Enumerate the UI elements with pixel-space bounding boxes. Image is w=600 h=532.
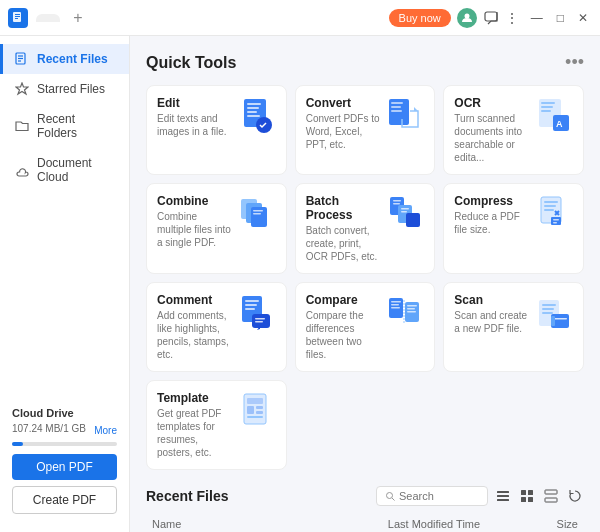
- create-pdf-button[interactable]: Create PDF: [12, 486, 117, 514]
- cloud-drive-label: Cloud Drive: [12, 407, 117, 419]
- svg-rect-71: [247, 406, 254, 414]
- tool-scan-desc: Scan and create a new PDF file.: [454, 309, 529, 335]
- tool-batch-process[interactable]: Batch Process Batch convert, create, pri…: [295, 183, 436, 274]
- svg-rect-14: [247, 111, 257, 113]
- sidebar-nav: Recent Files Starred Files Recent Folder…: [0, 44, 129, 192]
- tool-ocr[interactable]: OCR Turn scanned documents into searchab…: [443, 85, 584, 175]
- svg-rect-31: [253, 213, 261, 215]
- main-layout: Recent Files Starred Files Recent Folder…: [0, 36, 600, 532]
- search-box: [376, 486, 488, 506]
- tool-combine-icon: [240, 194, 276, 234]
- main-tab[interactable]: [36, 14, 60, 22]
- tool-compare[interactable]: Compare Compare the differences between …: [295, 282, 436, 372]
- tool-template-desc: Get great PDF templates for resumes, pos…: [157, 407, 232, 459]
- svg-rect-30: [253, 210, 263, 212]
- svg-rect-84: [545, 490, 557, 494]
- quick-tools-header: Quick Tools •••: [146, 52, 584, 73]
- tool-comment[interactable]: Comment Add comments, like highlights, p…: [146, 282, 287, 372]
- recent-files-title: Recent Files: [146, 488, 228, 504]
- sidebar-item-recent-folders[interactable]: Recent Folders: [0, 104, 129, 148]
- details-view-icon[interactable]: [542, 487, 560, 505]
- tool-batch-icon: [388, 194, 424, 234]
- svg-rect-80: [521, 490, 526, 495]
- svg-point-4: [464, 13, 469, 18]
- svg-text:A: A: [556, 119, 563, 129]
- titlebar: + Buy now ⋮ — □ ✕: [0, 0, 600, 36]
- cloud-drive-more[interactable]: More: [94, 425, 117, 436]
- tool-compare-desc: Compare the differences between two file…: [306, 309, 381, 361]
- svg-rect-34: [393, 203, 400, 205]
- tool-compress-name: Compress: [454, 194, 529, 208]
- quick-tools-more-icon[interactable]: •••: [565, 52, 584, 73]
- tools-grid: Edit Edit texts and images in a file. Co…: [146, 85, 584, 470]
- svg-rect-44: [553, 219, 559, 221]
- tool-combine-desc: Combine multiple files into a single PDF…: [157, 210, 232, 249]
- tool-edit-icon: [240, 96, 276, 136]
- sidebar-item-starred-files[interactable]: Starred Files: [0, 74, 129, 104]
- cloud-drive-progress-bg: [12, 442, 117, 446]
- add-tab-button[interactable]: +: [68, 8, 88, 28]
- refresh-icon[interactable]: [566, 487, 584, 505]
- svg-rect-70: [247, 398, 263, 404]
- svg-rect-83: [528, 497, 533, 502]
- svg-rect-51: [255, 318, 265, 320]
- sidebar-item-recent-files[interactable]: Recent Files: [0, 44, 129, 74]
- svg-rect-82: [521, 497, 526, 502]
- tool-ocr-name: OCR: [454, 96, 529, 110]
- cloud-drive-usage: 107.24 MB/1 GB: [12, 423, 86, 434]
- tool-scan-name: Scan: [454, 293, 529, 307]
- svg-rect-54: [391, 301, 401, 303]
- svg-marker-10: [16, 83, 28, 94]
- list-view-icon[interactable]: [494, 487, 512, 505]
- tool-convert[interactable]: Convert Convert PDFs to Word, Excel, PPT…: [295, 85, 436, 175]
- svg-rect-22: [541, 102, 555, 104]
- svg-rect-49: [245, 308, 255, 310]
- open-pdf-button[interactable]: Open PDF: [12, 454, 117, 480]
- search-input[interactable]: [399, 490, 479, 502]
- svg-rect-2: [15, 16, 20, 17]
- quick-tools-title: Quick Tools: [146, 54, 236, 72]
- svg-rect-47: [245, 300, 259, 302]
- buy-now-button[interactable]: Buy now: [389, 9, 451, 27]
- tool-convert-name: Convert: [306, 96, 381, 110]
- tool-compress[interactable]: Compress Reduce a PDF file size.: [443, 183, 584, 274]
- sidebar-item-document-cloud[interactable]: Document Cloud: [0, 148, 129, 192]
- tool-edit-desc: Edit texts and images in a file.: [157, 112, 232, 138]
- tool-template[interactable]: Template Get great PDF templates for res…: [146, 380, 287, 470]
- tool-edit[interactable]: Edit Edit texts and images in a file.: [146, 85, 287, 175]
- titlebar-left: +: [8, 8, 88, 28]
- tool-convert-icon: [388, 96, 424, 136]
- minimize-button[interactable]: —: [527, 11, 547, 25]
- sidebar-bottom: Cloud Drive 107.24 MB/1 GB More Open PDF…: [0, 397, 129, 524]
- tool-ocr-icon: A: [537, 96, 573, 136]
- sidebar: Recent Files Starred Files Recent Folder…: [0, 36, 130, 532]
- svg-rect-38: [406, 213, 420, 227]
- svg-rect-42: [544, 209, 554, 211]
- tool-template-name: Template: [157, 391, 232, 405]
- starred-files-icon: [15, 82, 29, 96]
- close-button[interactable]: ✕: [574, 11, 592, 25]
- svg-rect-40: [544, 201, 558, 203]
- svg-rect-33: [393, 200, 401, 202]
- svg-rect-5: [485, 12, 497, 21]
- tool-template-icon: [240, 391, 276, 431]
- tab-bar: [36, 14, 60, 22]
- more-options-icon[interactable]: ⋮: [505, 10, 521, 26]
- file-table: Name Last Modified Time Size sodapdf-com…: [146, 514, 584, 532]
- svg-rect-72: [256, 406, 263, 409]
- col-name: Name: [146, 514, 382, 532]
- svg-rect-3: [15, 18, 18, 19]
- recent-folders-icon: [15, 119, 29, 133]
- tool-combine[interactable]: Combine Combine multiple files into a si…: [146, 183, 287, 274]
- svg-rect-37: [401, 211, 407, 213]
- svg-rect-64: [542, 308, 554, 310]
- maximize-button[interactable]: □: [553, 11, 568, 25]
- tool-batch-name: Batch Process: [306, 194, 381, 222]
- svg-rect-45: [553, 222, 557, 224]
- sidebar-item-label-starred-files: Starred Files: [37, 82, 105, 96]
- avatar[interactable]: [457, 8, 477, 28]
- grid-view-icon[interactable]: [518, 487, 536, 505]
- tool-scan[interactable]: Scan Scan and create a new PDF file.: [443, 282, 584, 372]
- tool-compress-desc: Reduce a PDF file size.: [454, 210, 529, 236]
- chat-icon[interactable]: [483, 10, 499, 26]
